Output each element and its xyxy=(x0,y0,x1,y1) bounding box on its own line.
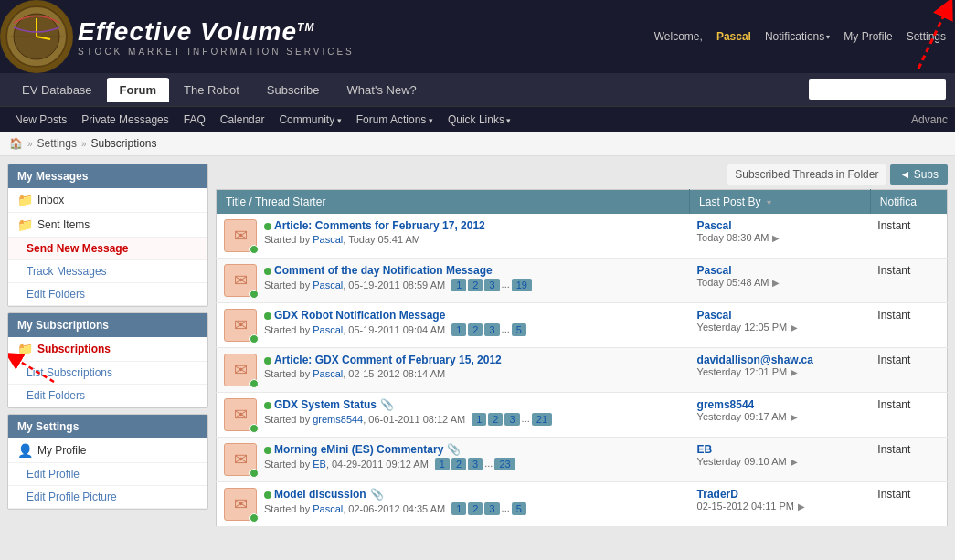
col-last-post[interactable]: Last Post By ▾ xyxy=(690,190,871,215)
home-icon[interactable]: 🏠 xyxy=(9,137,23,150)
envelope-icon: ✉ xyxy=(234,315,248,335)
subs-button[interactable]: ◄ Subs xyxy=(890,164,948,185)
page-link[interactable]: 1 xyxy=(451,279,466,291)
starter-link[interactable]: grems8544 xyxy=(313,414,363,425)
thread-icon: ✉ xyxy=(224,264,257,297)
starter-link[interactable]: Pascal xyxy=(313,368,343,379)
go-to-post-icon[interactable]: ▶ xyxy=(798,502,805,512)
nav-private-messages[interactable]: Private Messages xyxy=(74,110,175,130)
advanced-search-link[interactable]: Advanc xyxy=(911,113,948,126)
my-messages-section: My Messages 📁 Inbox 📁 Sent Items Send Ne… xyxy=(7,164,208,307)
nav-subscribe[interactable]: Subscribe xyxy=(254,78,333,102)
edit-folders-link-1[interactable]: Edit Folders xyxy=(8,283,207,306)
last-post-user[interactable]: grems8544 xyxy=(697,398,864,411)
page-link[interactable]: 1 xyxy=(451,502,466,515)
search-input[interactable] xyxy=(809,79,946,100)
envelope-icon: ✉ xyxy=(234,270,248,291)
sidebar-my-profile[interactable]: 👤 My Profile xyxy=(8,438,207,463)
go-to-post-icon[interactable]: ▶ xyxy=(791,367,798,377)
profile-user-icon: 👤 xyxy=(17,443,33,458)
last-post-user[interactable]: Pascal xyxy=(697,264,864,277)
go-to-post-icon[interactable]: ▶ xyxy=(791,322,798,333)
page-link[interactable]: 3 xyxy=(468,458,483,470)
page-link[interactable]: 3 xyxy=(484,279,499,291)
nav-quick-links[interactable]: Quick Links xyxy=(440,110,519,130)
page-link[interactable]: 3 xyxy=(484,323,499,336)
starter-link[interactable]: EB xyxy=(313,459,326,470)
starter-link[interactable]: Pascal xyxy=(313,234,343,245)
envelope-icon: ✉ xyxy=(234,494,248,514)
page-links: 123...5 xyxy=(451,323,526,336)
my-profile-link[interactable]: My Profile xyxy=(844,30,892,43)
notification-cell: Instant xyxy=(870,214,947,259)
track-messages-link[interactable]: Track Messages xyxy=(8,260,207,283)
nav-whats-new[interactable]: What's New? xyxy=(334,78,430,102)
page-link[interactable]: 23 xyxy=(494,458,515,470)
page-dots: ... xyxy=(484,458,493,470)
thread-title-cell: ✉GDX Robot Notification MessageStarted b… xyxy=(217,303,690,348)
starter-link[interactable]: Pascal xyxy=(313,324,343,335)
settings-link[interactable]: Settings xyxy=(907,30,946,43)
page-link[interactable]: 2 xyxy=(488,413,503,426)
thread-title-link[interactable]: Comment of the day Notification Message xyxy=(274,264,493,277)
last-post-user[interactable]: TraderD xyxy=(697,488,864,501)
thread-title-link[interactable]: Article: Comments for February 17, 2012 xyxy=(274,219,485,232)
thread-title-link[interactable]: GDX System Status xyxy=(274,398,377,411)
starter-link[interactable]: Pascal xyxy=(313,280,343,291)
breadcrumb-settings[interactable]: Settings xyxy=(37,137,77,150)
thread-text: Model discussion📎Started by Pascal, 02-0… xyxy=(264,488,526,515)
page-link[interactable]: 5 xyxy=(512,502,526,515)
last-post-user[interactable]: davidallison@shaw.ca xyxy=(697,354,864,366)
nav-community[interactable]: Community xyxy=(271,110,348,130)
page-link[interactable]: 2 xyxy=(468,323,483,336)
thread-title-link[interactable]: Morning eMini (ES) Commentary xyxy=(274,443,443,456)
edit-profile-picture-link[interactable]: Edit Profile Picture xyxy=(8,486,207,509)
page-link[interactable]: 19 xyxy=(512,279,532,291)
page-link[interactable]: 2 xyxy=(468,502,483,515)
logo-area: Effective VolumeTM STOCK MARKET INFORMAT… xyxy=(0,0,355,73)
page-link[interactable]: 1 xyxy=(435,458,450,470)
paperclip-icon: 📎 xyxy=(447,443,461,456)
page-link[interactable]: 1 xyxy=(451,323,466,336)
edit-profile-link[interactable]: Edit Profile xyxy=(8,463,207,486)
thread-title-link[interactable]: Model discussion xyxy=(274,488,366,501)
send-new-message-link[interactable]: Send New Message xyxy=(8,238,207,260)
thread-starter: Started by grems8544, 06-01-2011 08:12 A… xyxy=(264,413,552,426)
go-to-post-icon[interactable]: ▶ xyxy=(791,412,798,422)
last-post-user[interactable]: EB xyxy=(697,443,864,456)
thread-text: Article: GDX Comment of February 15, 201… xyxy=(264,354,502,379)
go-to-post-icon[interactable]: ▶ xyxy=(772,278,780,288)
nav-forum-actions[interactable]: Forum Actions xyxy=(349,110,440,130)
sidebar-inbox[interactable]: 📁 Inbox xyxy=(8,188,207,213)
page-link[interactable]: 21 xyxy=(532,413,552,426)
last-post-user[interactable]: Pascal xyxy=(697,309,864,322)
nav-new-posts[interactable]: New Posts xyxy=(7,110,74,130)
last-post-user[interactable]: Pascal xyxy=(697,219,864,232)
page-link[interactable]: 3 xyxy=(484,502,499,515)
go-to-post-icon[interactable]: ▶ xyxy=(791,457,798,467)
thread-title-link[interactable]: Article: GDX Comment of February 15, 201… xyxy=(274,354,502,366)
nav-ev-database[interactable]: EV Database xyxy=(9,78,105,102)
sidebar-sent-items[interactable]: 📁 Sent Items xyxy=(8,213,207,238)
starter-link[interactable]: Pascal xyxy=(313,503,343,514)
sidebar-subscriptions[interactable]: 📁 Subscriptions xyxy=(8,337,207,362)
page-link[interactable]: 1 xyxy=(472,413,486,426)
notifications-link[interactable]: Notifications ▾ xyxy=(765,30,830,43)
list-subscriptions-link[interactable]: List Subscriptions xyxy=(8,362,207,385)
page-link[interactable]: 2 xyxy=(468,279,483,291)
nav-the-robot[interactable]: The Robot xyxy=(171,78,252,102)
page-link[interactable]: 5 xyxy=(512,323,526,336)
thread-title-link[interactable]: GDX Robot Notification Message xyxy=(274,309,445,322)
nav-faq[interactable]: FAQ xyxy=(176,110,213,130)
page-link[interactable]: 3 xyxy=(504,413,519,426)
breadcrumb-current: Subscriptions xyxy=(90,137,156,150)
green-dot-icon xyxy=(249,513,259,523)
page-dots: ... xyxy=(502,323,510,336)
page-link[interactable]: 2 xyxy=(451,458,466,470)
nav-forum[interactable]: Forum xyxy=(107,78,169,102)
edit-folders-link-2[interactable]: Edit Folders xyxy=(8,385,207,407)
envelope-icon: ✉ xyxy=(234,449,248,470)
second-nav: New Posts Private Messages FAQ Calendar … xyxy=(0,106,955,132)
go-to-post-icon[interactable]: ▶ xyxy=(772,233,780,243)
nav-calendar[interactable]: Calendar xyxy=(213,110,272,130)
